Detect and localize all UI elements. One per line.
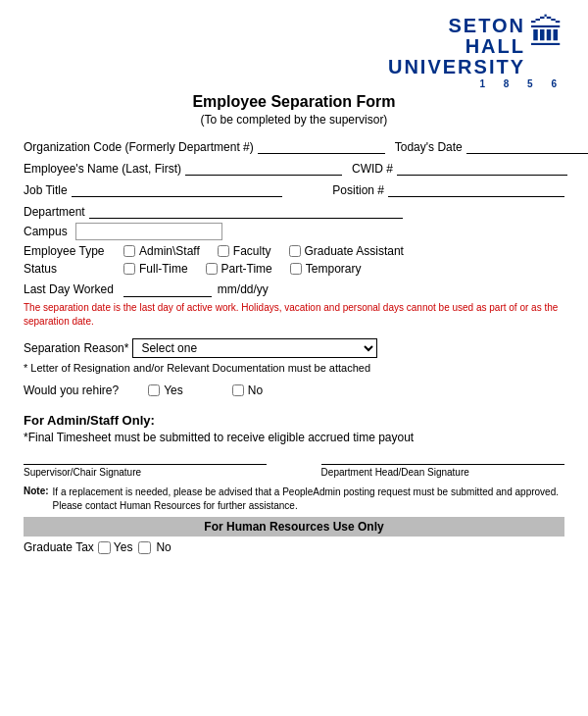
admin-staff-label: Admin\Staff — [139, 244, 200, 258]
rehire-yes-checkbox[interactable] — [148, 384, 160, 396]
supervisor-sig-block: Supervisor/Chair Signature — [24, 464, 267, 478]
todays-date-group: Today's Date — [395, 138, 588, 154]
department-field[interactable] — [89, 203, 403, 219]
campus-row: Campus — [24, 223, 564, 240]
todays-date-field[interactable] — [466, 138, 588, 154]
logo-year: 1 8 5 6 — [479, 78, 564, 89]
name-cwid-row: Employee's Name (Last, First) CWID # — [24, 160, 564, 176]
full-time-checkbox[interactable] — [123, 263, 135, 275]
logo-top: SETON HALL UNIVERSITY 🏛 — [388, 16, 564, 77]
cwid-label: CWID # — [352, 162, 393, 176]
employee-type-options: Admin\Staff Faculty Graduate Assistant — [123, 244, 421, 258]
rehire-label: Would you rehire? — [24, 384, 119, 397]
rehire-no[interactable]: No — [232, 384, 263, 397]
faculty-label: Faculty — [233, 244, 271, 258]
cwid-group: CWID # — [352, 160, 567, 176]
org-code-label: Organization Code (Formerly Department #… — [24, 140, 254, 154]
rehire-no-label: No — [248, 384, 263, 397]
full-time-label: Full-Time — [139, 262, 188, 276]
faculty-checkbox[interactable] — [218, 245, 229, 257]
status-label: Status — [24, 262, 112, 276]
logo-block: SETON HALL UNIVERSITY 🏛 1 8 5 6 — [388, 16, 564, 89]
supervisor-sig-line — [24, 464, 267, 465]
footer-note-bold: Note: — [24, 486, 49, 496]
admin-title: For Admin/Staff Only: — [24, 413, 564, 428]
header-area: SETON HALL UNIVERSITY 🏛 1 8 5 6 — [24, 16, 564, 89]
footer-note-row: Note: If a replacement is needed, please… — [24, 486, 564, 513]
supervisor-sig-label: Supervisor/Chair Signature — [24, 467, 267, 478]
last-day-row: Last Day Worked mm/dd/yy — [24, 281, 564, 297]
admin-note: *Final Timesheet must be submitted to re… — [24, 431, 564, 444]
last-day-format: mm/dd/yy — [218, 282, 269, 296]
last-day-label: Last Day Worked — [24, 282, 114, 296]
checkbox-admin-staff[interactable]: Admin\Staff — [123, 244, 200, 258]
admin-staff-checkbox[interactable] — [123, 245, 135, 257]
org-code-group: Organization Code (Formerly Department #… — [24, 138, 395, 154]
graduate-assistant-label: Graduate Assistant — [305, 244, 404, 258]
position-field[interactable] — [388, 181, 564, 197]
job-title-group: Job Title — [24, 181, 332, 197]
signature-section: Supervisor/Chair Signature Department He… — [24, 464, 564, 478]
checkbox-graduate-assistant[interactable]: Graduate Assistant — [289, 244, 404, 258]
campus-field[interactable] — [75, 223, 222, 240]
last-day-field[interactable] — [123, 281, 212, 297]
job-title-field[interactable] — [72, 181, 282, 197]
grad-tax-no-checkbox[interactable] — [138, 541, 151, 554]
castle-icon: 🏛 — [529, 16, 564, 51]
rehire-row: Would you rehire? Yes No — [24, 384, 564, 397]
page: SETON HALL UNIVERSITY 🏛 1 8 5 6 Employee… — [0, 0, 588, 716]
grad-tax-row: Graduate Tax Yes No — [24, 540, 564, 554]
checkbox-full-time[interactable]: Full-Time — [123, 262, 188, 276]
checkbox-part-time[interactable]: Part-Time — [206, 262, 272, 276]
department-label: Department — [24, 205, 85, 219]
cwid-field[interactable] — [397, 160, 567, 176]
temporary-checkbox[interactable] — [290, 263, 302, 275]
separation-reason-select[interactable]: Select one Resigned Terminated Retired — [132, 338, 377, 358]
todays-date-label: Today's Date — [395, 140, 463, 154]
dept-head-sig-label: Department Head/Dean Signature — [321, 467, 564, 478]
admin-section: For Admin/Staff Only: *Final Timesheet m… — [24, 413, 564, 444]
doc-note: * Letter of Resignation and/or Relevant … — [24, 362, 564, 374]
job-title-label: Job Title — [24, 183, 68, 197]
employee-name-label: Employee's Name (Last, First) — [24, 162, 181, 176]
separation-reason-label: Separation Reason* — [24, 341, 128, 355]
position-group: Position # — [332, 181, 564, 197]
employee-type-label: Employee Type — [24, 244, 112, 258]
logo-line1: SETON — [448, 16, 525, 36]
graduate-assistant-checkbox[interactable] — [289, 245, 301, 257]
part-time-checkbox[interactable] — [206, 263, 218, 275]
grad-tax-yes-checkbox[interactable] — [98, 541, 111, 554]
logo-words: SETON HALL UNIVERSITY — [388, 16, 525, 77]
employee-name-field[interactable] — [185, 160, 342, 176]
org-code-field[interactable] — [258, 138, 385, 154]
hr-banner: For Human Resources Use Only — [24, 517, 564, 537]
campus-label: Campus — [24, 225, 68, 238]
part-time-label: Part-Time — [221, 262, 272, 276]
org-date-row: Organization Code (Formerly Department #… — [24, 138, 564, 154]
grad-tax-no-label: No — [156, 540, 171, 554]
footer-note-text: If a replacement is needed, please be ad… — [53, 486, 564, 513]
jobtitle-position-row: Job Title Position # — [24, 181, 564, 197]
dept-head-sig-line — [321, 464, 564, 465]
status-options: Full-Time Part-Time Temporary — [123, 262, 378, 276]
employee-name-group: Employee's Name (Last, First) — [24, 160, 352, 176]
checkbox-faculty[interactable]: Faculty — [218, 244, 271, 258]
checkbox-temporary[interactable]: Temporary — [290, 262, 362, 276]
status-row: Status Full-Time Part-Time Temporary — [24, 262, 564, 276]
form-title: Employee Separation Form — [24, 93, 564, 111]
grad-tax-label: Graduate Tax — [24, 540, 94, 554]
rehire-no-checkbox[interactable] — [232, 384, 244, 396]
department-row: Department — [24, 203, 564, 219]
rehire-yes[interactable]: Yes — [148, 384, 183, 397]
position-label: Position # — [332, 183, 384, 197]
dept-head-sig-block: Department Head/Dean Signature — [321, 464, 564, 478]
rehire-yes-label: Yes — [164, 384, 183, 397]
employee-type-row: Employee Type Admin\Staff Faculty Gradua… — [24, 244, 564, 258]
form-subtitle: (To be completed by the supervisor) — [24, 113, 564, 127]
separation-reason-row: Separation Reason* Select one Resigned T… — [24, 338, 564, 358]
logo-line3: UNIVERSITY — [388, 57, 525, 77]
red-note: The separation date is the last day of a… — [24, 301, 564, 329]
temporary-label: Temporary — [306, 262, 362, 276]
logo-line2: HALL — [466, 36, 525, 57]
grad-tax-yes-label: Yes — [114, 540, 133, 554]
